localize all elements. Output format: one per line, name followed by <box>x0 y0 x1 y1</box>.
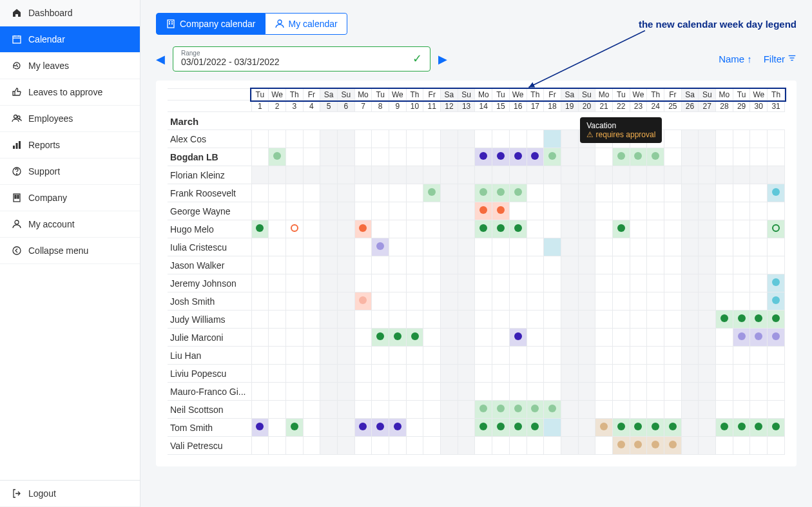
calendar-cell[interactable] <box>664 311 682 329</box>
sidebar-item-my-account[interactable]: My account <box>0 211 140 238</box>
calendar-cell[interactable] <box>423 419 441 437</box>
calendar-cell[interactable] <box>681 365 699 383</box>
calendar-cell[interactable] <box>320 329 338 347</box>
calendar-cell[interactable] <box>285 329 303 347</box>
calendar-cell[interactable] <box>716 329 733 347</box>
calendar-cell[interactable] <box>699 274 716 292</box>
calendar-cell[interactable] <box>406 437 423 455</box>
calendar-cell[interactable] <box>578 256 595 274</box>
calendar-cell[interactable] <box>699 256 716 274</box>
calendar-cell[interactable] <box>578 383 595 401</box>
calendar-cell[interactable] <box>372 184 389 202</box>
sidebar-item-employees[interactable]: Employees <box>0 106 140 132</box>
calendar-cell[interactable] <box>664 202 682 220</box>
calendar-cell[interactable] <box>475 148 492 166</box>
calendar-cell[interactable] <box>681 311 699 329</box>
calendar-cell[interactable] <box>389 220 407 238</box>
calendar-cell[interactable] <box>320 274 338 292</box>
calendar-cell[interactable] <box>509 347 527 365</box>
calendar-cell[interactable] <box>612 365 630 383</box>
calendar-cell[interactable] <box>612 148 630 166</box>
calendar-cell[interactable] <box>354 347 372 365</box>
tab-company-calendar[interactable]: Company calendar <box>156 13 266 35</box>
calendar-cell[interactable] <box>716 311 733 329</box>
calendar-cell[interactable] <box>630 220 647 238</box>
calendar-cell[interactable] <box>595 401 613 419</box>
calendar-cell[interactable] <box>406 148 423 166</box>
calendar-cell[interactable] <box>320 220 338 238</box>
calendar-cell[interactable] <box>733 130 750 148</box>
calendar-cell[interactable] <box>475 256 492 274</box>
calendar-cell[interactable] <box>664 419 682 437</box>
calendar-cell[interactable] <box>681 130 699 148</box>
calendar-cell[interactable] <box>320 437 338 455</box>
calendar-cell[interactable] <box>337 347 354 365</box>
calendar-cell[interactable] <box>406 383 423 401</box>
calendar-cell[interactable] <box>509 365 527 383</box>
calendar-cell[interactable] <box>492 292 510 311</box>
calendar-cell[interactable] <box>389 148 407 166</box>
calendar-cell[interactable] <box>681 329 699 347</box>
calendar-cell[interactable] <box>681 401 699 419</box>
calendar-cell[interactable] <box>251 329 269 347</box>
calendar-cell[interactable] <box>630 184 647 202</box>
calendar-cell[interactable] <box>647 347 664 365</box>
calendar-cell[interactable] <box>458 130 475 148</box>
calendar-cell[interactable] <box>716 166 733 184</box>
calendar-cell[interactable] <box>681 148 699 166</box>
calendar-cell[interactable] <box>768 202 785 220</box>
calendar-cell[interactable] <box>423 329 441 347</box>
calendar-cell[interactable] <box>458 166 475 184</box>
calendar-cell[interactable] <box>303 166 320 184</box>
calendar-cell[interactable] <box>768 329 785 347</box>
calendar-cell[interactable] <box>578 437 595 455</box>
calendar-cell[interactable] <box>389 238 407 256</box>
calendar-cell[interactable] <box>681 347 699 365</box>
calendar-cell[interactable] <box>527 311 544 329</box>
calendar-cell[interactable] <box>630 401 647 419</box>
calendar-cell[interactable] <box>578 220 595 238</box>
sidebar-item-calendar[interactable]: Calendar <box>0 26 140 53</box>
calendar-cell[interactable] <box>354 311 372 329</box>
calendar-cell[interactable] <box>544 256 561 274</box>
calendar-cell[interactable] <box>612 401 630 419</box>
calendar-cell[interactable] <box>733 292 750 311</box>
calendar-cell[interactable] <box>716 256 733 274</box>
calendar-cell[interactable] <box>578 419 595 437</box>
calendar-cell[interactable] <box>389 365 407 383</box>
calendar-cell[interactable] <box>768 130 785 148</box>
calendar-cell[interactable] <box>372 238 389 256</box>
calendar-cell[interactable] <box>406 184 423 202</box>
calendar-cell[interactable] <box>320 202 338 220</box>
calendar-cell[interactable] <box>269 329 286 347</box>
calendar-cell[interactable] <box>768 383 785 401</box>
calendar-cell[interactable] <box>768 437 785 455</box>
calendar-cell[interactable] <box>768 238 785 256</box>
calendar-cell[interactable] <box>441 419 458 437</box>
calendar-cell[interactable] <box>406 419 423 437</box>
calendar-cell[interactable] <box>423 166 441 184</box>
calendar-cell[interactable] <box>612 419 630 437</box>
calendar-cell[interactable] <box>612 347 630 365</box>
calendar-cell[interactable] <box>458 220 475 238</box>
calendar-cell[interactable] <box>527 220 544 238</box>
calendar-cell[interactable] <box>716 437 733 455</box>
calendar-cell[interactable] <box>647 383 664 401</box>
calendar-cell[interactable] <box>441 347 458 365</box>
calendar-cell[interactable] <box>251 383 269 401</box>
calendar-cell[interactable] <box>269 292 286 311</box>
calendar-cell[interactable] <box>406 202 423 220</box>
calendar-cell[interactable] <box>630 202 647 220</box>
calendar-cell[interactable] <box>561 329 578 347</box>
calendar-cell[interactable] <box>647 238 664 256</box>
calendar-cell[interactable] <box>733 238 750 256</box>
calendar-cell[interactable] <box>699 148 716 166</box>
calendar-cell[interactable] <box>354 383 372 401</box>
calendar-cell[interactable] <box>492 220 510 238</box>
calendar-cell[interactable] <box>269 148 286 166</box>
calendar-cell[interactable] <box>389 292 407 311</box>
calendar-cell[interactable] <box>475 437 492 455</box>
calendar-cell[interactable] <box>337 365 354 383</box>
calendar-cell[interactable] <box>492 148 510 166</box>
calendar-cell[interactable] <box>681 274 699 292</box>
